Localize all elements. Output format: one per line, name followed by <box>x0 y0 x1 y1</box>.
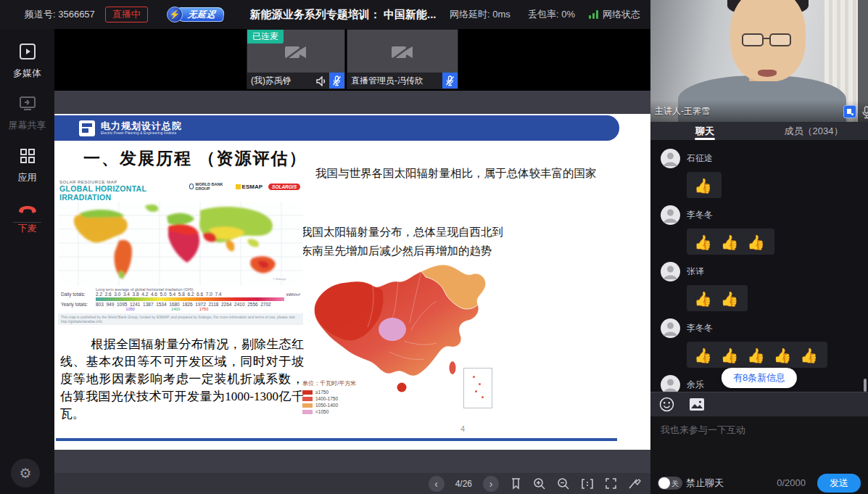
tab-chat[interactable]: 聊天 <box>650 122 759 140</box>
document-toolbar: ‹ 4/26 › <box>54 473 650 494</box>
chat-user-name: 余乐 <box>687 379 704 391</box>
image-upload-button[interactable] <box>689 398 705 411</box>
solargis-logo: SOLARGIS <box>268 184 300 190</box>
chat-send-row: 关 禁止聊天 0/2000 发送 <box>650 472 868 494</box>
chat-user-name: 石征途 <box>687 152 713 165</box>
legend-swatch <box>302 403 313 408</box>
zoom-in-icon <box>533 477 546 490</box>
toggle-knob <box>658 477 670 489</box>
esmap-square-icon <box>236 184 241 189</box>
legend-label: 1050-1400 <box>315 403 338 408</box>
ratio-icon <box>581 478 594 490</box>
zoom-out-button[interactable] <box>557 477 570 490</box>
chat-message: 石征途 👍 <box>661 149 868 198</box>
no-delay-label: 无延迟 <box>175 7 225 22</box>
connected-badge: 已连麦 <box>247 30 284 44</box>
sidebar-item-screen-share[interactable]: 屏幕共享 <box>0 94 54 132</box>
mic-muted-button[interactable] <box>329 73 344 88</box>
svg-text:© Solargis: © Solargis <box>273 277 286 281</box>
participant-name: (我)苏禹铮 <box>251 75 292 87</box>
avatar <box>661 318 680 338</box>
avatar <box>661 205 680 225</box>
left-sidebar: 多媒体 屏幕共享 应用 下麦 ⚙ <box>0 29 54 494</box>
marker-1400: 1400 <box>171 307 180 311</box>
settings-button[interactable]: ⚙ <box>11 458 40 487</box>
tile-name-bar: 直播管理员-冯传欣 <box>347 73 458 88</box>
yearly-totals-label: Yearly totals: <box>61 302 96 307</box>
panel-tabs: 聊天 成员（2034） <box>650 122 868 140</box>
yearly-ticks: 803 949 1095 1241 1387 1534 1680 1826 19… <box>96 302 284 307</box>
sidebar-item-apps[interactable]: 应用 <box>0 147 54 184</box>
gear-icon: ⚙ <box>19 465 31 482</box>
slide-distribution-text: 我国太阳辐射量分布，总体呈现自西北到 东南呈先增加后减少然后再增加的趋势 <box>301 223 503 260</box>
network-status-label: 网络状态 <box>603 8 640 21</box>
legend-unit: 单位：千瓦时/平方米 <box>302 379 356 387</box>
eppei-logo <box>79 120 95 136</box>
camera-off-icon <box>284 44 308 61</box>
marker-1050: 1050 <box>126 307 135 311</box>
china-irradiation-map: 单位：千瓦时/平方米 ≥1750 1400-1750 1050-1400 <10… <box>302 258 513 419</box>
world-bank-logo: WORLD BANK GROUP <box>189 182 230 191</box>
bookmark-icon <box>510 477 522 490</box>
map-title: GLOBAL HORIZONTAL IRRADIATION <box>59 184 189 202</box>
chat-input-area <box>650 416 868 472</box>
stream-title: 新能源业务系列专题培训： 中国新能... <box>250 8 437 22</box>
slide-intro-line: 我国与世界各国太阳辐射量相比，属于总体较丰富的国家 <box>315 166 597 181</box>
emoji-button[interactable] <box>659 397 674 412</box>
camera-off-icon <box>390 44 415 61</box>
legend-swatch <box>302 390 313 395</box>
fullscreen-button[interactable] <box>605 477 617 490</box>
irradiation-scale: Long term average of global horizontal i… <box>58 286 303 313</box>
video-tile-admin[interactable]: 直播管理员-冯传欣 <box>347 29 458 89</box>
actual-size-button[interactable] <box>581 478 594 490</box>
bookmark-button[interactable] <box>510 477 522 490</box>
mic-icon[interactable] <box>861 106 868 119</box>
sidebar-label: 应用 <box>18 172 37 183</box>
legend-label: ≥1750 <box>315 390 328 395</box>
rocket-icon: ⚡ <box>167 7 183 22</box>
network-status-button[interactable]: 网络状态 <box>589 0 640 29</box>
mic-muted-button[interactable] <box>442 73 458 88</box>
globe-icon <box>189 184 194 189</box>
page-indicator: 4/26 <box>455 479 472 489</box>
hangup-phone-icon <box>0 203 54 216</box>
top-bar: 频道号: 3566657 直播中 ⚡ 无延迟 新能源业务系列专题培训： 中国新能… <box>0 0 650 29</box>
toggle-state-label: 关 <box>671 479 679 489</box>
presenter-video: 主讲人-王霁雪 <box>650 0 868 122</box>
pen-icon <box>628 478 642 490</box>
sidebar-item-multimedia[interactable]: 多媒体 <box>0 42 54 80</box>
video-tile-self[interactable]: 已连麦 (我)苏禹铮 <box>247 29 345 89</box>
tab-members[interactable]: 成员（2034） <box>759 122 868 140</box>
chat-input[interactable] <box>650 416 868 472</box>
sidebar-label: 屏幕共享 <box>9 120 46 131</box>
zoom-in-button[interactable] <box>533 477 546 490</box>
speaker-icon <box>316 76 327 86</box>
mute-chat-toggle[interactable]: 关 <box>658 477 682 490</box>
next-page-button[interactable]: › <box>483 476 499 492</box>
zoom-out-icon <box>557 477 570 490</box>
south-china-sea-inset <box>463 368 492 408</box>
world-irradiation-map: SOLAR RESOURCE MAP GLOBAL HORIZONTAL IRR… <box>58 178 303 324</box>
chat-scrollbar[interactable] <box>864 379 867 392</box>
chat-bubble: 👍 👍 👍 <box>687 229 774 255</box>
legend-swatch <box>302 397 313 401</box>
send-button[interactable]: 发送 <box>817 474 861 493</box>
live-status-badge: 直播中 <box>105 7 148 22</box>
prev-page-button[interactable]: ‹ <box>429 476 445 492</box>
mic-muted-icon <box>445 75 455 86</box>
sidebar-item-leave-mic[interactable]: 下麦 <box>0 203 54 235</box>
smiley-icon <box>659 397 674 412</box>
next-icon: › <box>489 479 493 489</box>
char-counter: 0/2000 <box>777 477 806 488</box>
pip-icon[interactable] <box>843 105 856 118</box>
annotate-button[interactable] <box>628 478 642 490</box>
world-map-graphic: © Solargis <box>58 202 303 286</box>
glasses-left-lens <box>742 33 764 46</box>
china-map-legend: 单位：千瓦时/平方米 ≥1750 1400-1750 1050-1400 <10… <box>302 379 356 416</box>
new-messages-button[interactable]: 有8条新信息 <box>722 368 797 388</box>
signal-bars-icon <box>589 10 598 19</box>
right-panel: 主讲人-王霁雪 聊天 成员（2034） 石征途 👍 李冬冬 <box>650 0 868 494</box>
chat-message-list[interactable]: 石征途 👍 李冬冬 👍 👍 👍 张译 👍 👍 <box>650 140 868 392</box>
dist-line-1: 我国太阳辐射量分布，总体呈现自西北到 <box>301 223 503 242</box>
chat-user-name: 李冬冬 <box>687 209 713 221</box>
